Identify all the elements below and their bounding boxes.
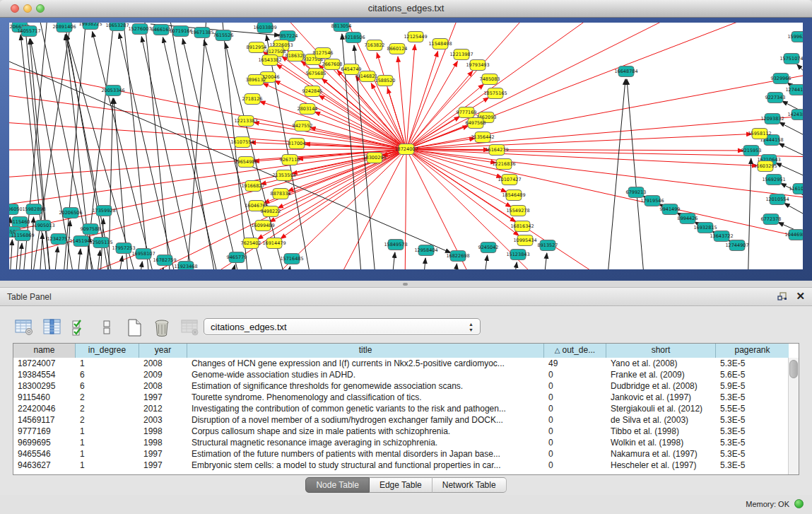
graph-node[interactable]: 18575165 xyxy=(483,88,507,99)
table-row[interactable]: 969969511998Structural magnetic resonanc… xyxy=(13,437,799,448)
column-header-out_degree[interactable]: △out_de... xyxy=(544,344,606,358)
table-row[interactable]: 1872400712008Changes of HCN gene express… xyxy=(13,358,799,369)
graph-node[interactable]: 1588520 xyxy=(375,76,396,86)
graph-node[interactable]: 8813054 xyxy=(331,23,352,32)
graph-node[interactable]: 9242845 xyxy=(302,86,323,97)
graph-node[interactable]: 817004 xyxy=(288,139,306,149)
graph-node[interactable]: 8427552 xyxy=(293,121,313,132)
graph-node[interactable]: 16914479 xyxy=(262,238,286,249)
table-row[interactable]: 1456911722003Disruption of a novel membe… xyxy=(13,414,799,426)
table-row[interactable]: 946554611997Estimation of the future num… xyxy=(13,448,799,460)
graph-node[interactable]: 11548498 xyxy=(428,39,452,49)
graph-node[interactable]: 11610348 xyxy=(789,184,803,194)
graph-node[interactable]: 2718126 xyxy=(242,94,263,105)
panel-splitter-handle[interactable] xyxy=(403,283,408,286)
column-header-in_degree[interactable]: in_degree xyxy=(76,344,139,358)
column-header-title[interactable]: title xyxy=(187,344,544,358)
graph-node[interactable]: 12125449 xyxy=(404,32,427,42)
scrollbar-thumb[interactable] xyxy=(789,360,798,378)
column-header-short[interactable]: short xyxy=(606,344,716,358)
graph-node[interactable]: 9245042 xyxy=(478,243,499,253)
graph-node[interactable]: 15849578 xyxy=(384,240,407,250)
graph-node[interactable]: 16782759 xyxy=(153,255,176,266)
graph-node[interactable]: 15996238 xyxy=(787,32,803,42)
graph-node[interactable]: 12744111 xyxy=(785,85,803,95)
graph-node[interactable]: 15692951 xyxy=(762,175,785,185)
network-canvas[interactable]: 2066312140557172089140619938225106532871… xyxy=(9,23,803,269)
column-header-name[interactable]: name xyxy=(13,344,76,358)
tab-edge-table[interactable]: Edge Table xyxy=(370,477,433,493)
float-panel-icon[interactable] xyxy=(777,292,787,301)
vertical-scrollbar[interactable] xyxy=(788,358,799,474)
table-selector-dropdown[interactable]: citations_edges.txt ▲▼ xyxy=(204,318,481,335)
graph-node[interactable]: 6497568 xyxy=(466,118,486,129)
graph-node[interactable]: 19938225 xyxy=(78,23,102,30)
tab-network-table[interactable]: Network Table xyxy=(433,477,507,493)
column-header-pagerank[interactable]: pagerank xyxy=(716,344,789,358)
graph-node[interactable]: 10653287 xyxy=(105,23,129,31)
graph-node[interactable]: 9498222 xyxy=(261,206,281,217)
graph-node[interactable]: 15716485 xyxy=(280,254,303,264)
graph-node[interactable]: 25206050 xyxy=(9,204,23,215)
graph-node[interactable]: 21905013 xyxy=(31,221,54,231)
graph-node[interactable]: 8912954 xyxy=(247,42,267,53)
graph-node[interactable]: 20053346 xyxy=(101,86,124,96)
graph-node[interactable]: 8913527 xyxy=(538,240,558,251)
graph-node[interactable]: 8660124 xyxy=(387,44,408,54)
graph-node[interactable]: 8127546 xyxy=(313,48,334,59)
table-row[interactable]: 1938455462009Genome-wide association stu… xyxy=(13,369,799,380)
graph-node[interactable]: 12213987 xyxy=(449,49,473,60)
graph-node[interactable]: 12010554 xyxy=(765,194,789,205)
graph-node[interactable]: 12744907 xyxy=(725,240,748,251)
graph-node[interactable]: 8878334 xyxy=(271,189,291,199)
graph-node[interactable]: 10107427 xyxy=(498,175,521,185)
show-columns-button[interactable] xyxy=(42,317,61,337)
column-header-year[interactable]: year xyxy=(139,344,187,358)
table-mode-button[interactable] xyxy=(14,317,34,337)
graph-node[interactable]: 15276007 xyxy=(128,24,151,35)
graph-node[interactable]: 12213383 xyxy=(234,116,257,127)
graph-node[interactable]: 9329966 xyxy=(771,74,792,84)
graph-node[interactable]: 6466161 xyxy=(151,25,172,35)
graph-node[interactable]: 9097588 xyxy=(81,224,101,235)
table-row[interactable]: 911546021997Tourette syndrome. Phenomeno… xyxy=(13,392,799,403)
create-column-button[interactable] xyxy=(124,317,144,337)
graph-node[interactable]: 16099489 xyxy=(251,221,274,231)
table-row[interactable]: 946362711997Embryonic stem cells: a mode… xyxy=(13,460,799,471)
graph-node[interactable]: 14243820 xyxy=(787,110,803,120)
graph-node[interactable]: 19654985 xyxy=(234,157,257,168)
graph-node[interactable]: 19218506 xyxy=(341,33,365,43)
tab-node-table[interactable]: Node Table xyxy=(305,477,370,493)
graph-node[interactable]: 7615526 xyxy=(213,30,234,41)
graph-node[interactable]: 2667608 xyxy=(322,59,343,70)
graph-node[interactable]: 5675685 xyxy=(306,69,326,79)
graph-node[interactable]: 16816342 xyxy=(510,221,534,232)
memory-status-indicator[interactable] xyxy=(794,499,804,508)
table-row[interactable]: 1830029562008Estimation of significance … xyxy=(13,380,799,392)
graph-node[interactable]: 9777169 xyxy=(457,107,477,118)
graph-node[interactable]: 11923468 xyxy=(174,262,197,270)
graph-node[interactable]: 9267110 xyxy=(280,155,300,165)
graph-node[interactable]: 9465779 xyxy=(227,252,247,263)
graph-node[interactable]: 15123843 xyxy=(506,250,529,260)
graph-node[interactable]: 19793493 xyxy=(466,60,489,71)
graph-node[interactable]: 6799213 xyxy=(626,187,647,198)
graph-node[interactable]: 20891406 xyxy=(52,23,76,33)
graph-node[interactable]: 8994426 xyxy=(678,214,698,224)
table-row[interactable]: 977716911998Corpus callosum shape and si… xyxy=(13,426,799,437)
graph-node[interactable]: 7163822 xyxy=(365,40,385,51)
graph-node[interactable]: 10446983 xyxy=(784,230,803,240)
graph-node[interactable]: 7625402 xyxy=(241,238,261,249)
graph-node[interactable]: 7485083 xyxy=(480,74,500,85)
table-row[interactable]: 2242004622012Investigating the contribut… xyxy=(13,403,799,414)
row-mode-button[interactable] xyxy=(97,317,117,337)
graph-node[interactable]: 9227343 xyxy=(765,93,786,103)
graph-node[interactable]: 10995434 xyxy=(513,235,536,246)
graph-node[interactable]: 2803144 xyxy=(298,104,318,115)
graph-node[interactable]: 16033809 xyxy=(253,23,276,33)
delete-column-button[interactable] xyxy=(152,317,172,337)
graph-node[interactable]: 3896132 xyxy=(246,75,266,86)
graph-node[interactable]: 9115460 xyxy=(10,217,30,228)
graph-node[interactable]: 13643722 xyxy=(710,231,733,242)
graph-node[interactable]: 15751074 xyxy=(779,54,803,64)
